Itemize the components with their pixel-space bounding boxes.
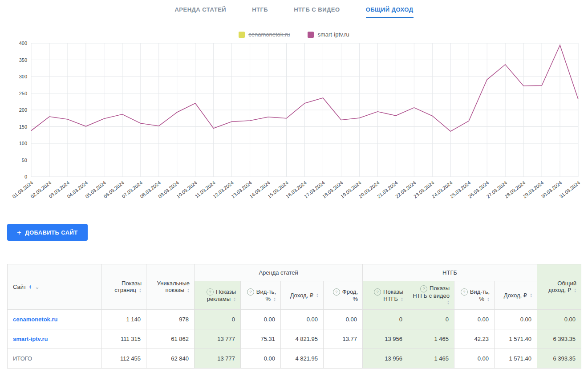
tab-ntgb[interactable]: НТГБ: [252, 6, 268, 18]
table-cell: 75.31: [241, 329, 281, 349]
column-header-показы-рекламы[interactable]: ?Показы рекламы▲▼: [195, 281, 241, 310]
table-cell: 61 862: [146, 329, 195, 349]
svg-text:150: 150: [19, 124, 27, 130]
page: АРЕНДА СТАТЕЙ НТГБ НТГБ С ВИДЕО ОБЩИЙ ДО…: [0, 0, 588, 385]
table-cell: 1 465: [408, 349, 454, 368]
sort-icon[interactable]: ▲▼: [187, 288, 190, 293]
sort-icon[interactable]: ▲▼: [273, 297, 276, 302]
legend-swatch-yellow: [239, 32, 245, 38]
site-cell: ИТОГО: [8, 349, 102, 368]
column-label: Уникальные показы: [157, 280, 190, 293]
help-icon[interactable]: ?: [247, 288, 254, 296]
table-cell: 13 956: [363, 349, 408, 368]
column-label: Доход, ₽: [290, 292, 313, 299]
table-cell: 13.77: [324, 329, 363, 349]
table-cell: 13 777: [195, 349, 241, 368]
site-cell: cenamonetok.ru: [8, 309, 102, 329]
site-link[interactable]: cenamonetok.ru: [13, 316, 57, 323]
total-label: ИТОГО: [13, 355, 32, 362]
site-cell: smart-iptv.ru: [8, 329, 102, 349]
table-cell: 0.00: [495, 309, 537, 329]
table-cell: 13 777: [195, 329, 241, 349]
table-cell: 0.00: [537, 309, 581, 329]
table-cell: 0: [363, 309, 408, 329]
chart-canvas: 05010015020025030035040001.03.202402.03.…: [7, 41, 581, 206]
table-cell: 13 956: [363, 329, 408, 349]
help-icon[interactable]: ?: [207, 288, 214, 296]
column-label: Показы страниц: [114, 280, 142, 293]
column-header-доход-[interactable]: Доход, ₽▲▼: [281, 281, 324, 310]
site-link[interactable]: smart-iptv.ru: [13, 336, 48, 342]
sort-icon[interactable]: ▲▼: [574, 288, 576, 293]
column-label: Доход, ₽: [504, 292, 527, 299]
sites-table-wrap: Сайт▲▼⌄Показы страниц▲▼Уникальные показы…: [7, 264, 581, 369]
legend-item-cenamonetok[interactable]: cenamonetok.ru: [239, 31, 290, 38]
table-cell: 6 393.35: [537, 349, 581, 368]
help-icon[interactable]: ?: [461, 288, 468, 296]
table-cell: 0.00: [454, 349, 495, 368]
column-header-уникальные-показы[interactable]: Уникальные показы▲▼: [146, 264, 195, 310]
column-header-показы-страниц[interactable]: Показы страниц▲▼: [102, 264, 146, 310]
column-header-показы-нтгб-с-видео[interactable]: ?Показы НТГБ с видео▲▼: [408, 281, 454, 310]
legend-item-smart-iptv[interactable]: smart-iptv.ru: [308, 31, 349, 38]
column-header-общий-доход-[interactable]: Общий доход, ₽▲▼: [537, 264, 581, 310]
table-cell: 1 465: [408, 329, 454, 349]
help-icon[interactable]: ?: [374, 288, 381, 296]
tab-arenda-statey[interactable]: АРЕНДА СТАТЕЙ: [174, 6, 226, 18]
sites-table: Сайт▲▼⌄Показы страниц▲▼Уникальные показы…: [7, 264, 581, 369]
svg-text:350: 350: [19, 57, 27, 63]
svg-text:300: 300: [19, 74, 27, 79]
column-label: Показы НТГБ с видео: [413, 285, 450, 299]
sort-icon[interactable]: ▲▼: [530, 293, 532, 298]
chevron-down-icon[interactable]: ⌄: [35, 284, 40, 290]
svg-text:0: 0: [24, 174, 27, 179]
column-header-сайт[interactable]: Сайт▲▼⌄: [8, 264, 102, 310]
svg-text:250: 250: [19, 91, 27, 96]
table-cell: 6 393.35: [537, 329, 581, 349]
table-row: cenamonetok.ru1 14097800.000.000.00000.0…: [8, 309, 581, 329]
svg-text:400: 400: [19, 41, 27, 46]
table-row: smart-iptv.ru111 31561 86213 77775.314 8…: [8, 329, 581, 349]
column-label: Общий доход, ₽: [548, 280, 576, 293]
legend-label: smart-iptv.ru: [317, 31, 349, 38]
sort-icon[interactable]: ▲▼: [139, 288, 142, 293]
table-cell: [324, 349, 363, 368]
column-header-доход-[interactable]: Доход, ₽▲▼: [495, 281, 537, 310]
table-cell: 1 571.40: [495, 329, 537, 349]
group-header: Аренда статей: [195, 264, 363, 281]
tab-ntgb-s-video[interactable]: НТГБ С ВИДЕО: [294, 6, 340, 18]
sort-icon[interactable]: ▲▼: [29, 285, 32, 289]
sort-icon[interactable]: ▲▼: [487, 297, 490, 302]
table-cell: 978: [146, 309, 195, 329]
table-cell: 1 571.40: [495, 349, 537, 368]
income-line-chart: 05010015020025030035040001.03.202402.03.…: [7, 41, 581, 206]
chart-legend: cenamonetok.ru smart-iptv.ru: [0, 31, 588, 38]
table-cell: 62 840: [146, 349, 195, 368]
sort-icon[interactable]: ▲▼: [316, 293, 319, 298]
column-header-вид-ть-[interactable]: ?Вид-ть, %▲▼: [454, 281, 495, 310]
tab-obschiy-dohod[interactable]: ОБЩИЙ ДОХОД: [366, 6, 414, 18]
table-cell: 0.00: [281, 309, 324, 329]
sort-icon[interactable]: ▲▼: [233, 297, 236, 302]
table-cell: 0: [195, 309, 241, 329]
sort-icon[interactable]: ▲▼: [401, 297, 403, 302]
svg-text:100: 100: [19, 141, 27, 146]
help-icon[interactable]: ?: [420, 285, 427, 292]
table-cell: 1 140: [102, 309, 146, 329]
table-cell: 4 821.95: [281, 349, 324, 368]
table-cell: 42.23: [454, 329, 495, 349]
help-icon[interactable]: ?: [333, 288, 340, 296]
svg-text:200: 200: [19, 107, 27, 113]
legend-label: cenamonetok.ru: [248, 31, 290, 38]
table-cell: 4 821.95: [281, 329, 324, 349]
plus-icon: +: [17, 229, 21, 236]
table-cell: 0.00: [454, 309, 495, 329]
legend-swatch-purple: [308, 32, 314, 38]
report-tabs: АРЕНДА СТАТЕЙ НТГБ НТГБ С ВИДЕО ОБЩИЙ ДО…: [0, 0, 588, 18]
column-header-вид-ть-[interactable]: ?Вид-ть, %▲▼: [241, 281, 281, 310]
svg-text:31.03.2024: 31.03.2024: [558, 180, 581, 199]
add-site-button[interactable]: + ДОБАВИТЬ САЙТ: [7, 224, 88, 241]
column-header-показы-нтгб[interactable]: ?Показы НТГБ▲▼: [363, 281, 408, 310]
table-cell: 0: [408, 309, 454, 329]
sort-icon[interactable]: ▲▼: [447, 300, 450, 305]
